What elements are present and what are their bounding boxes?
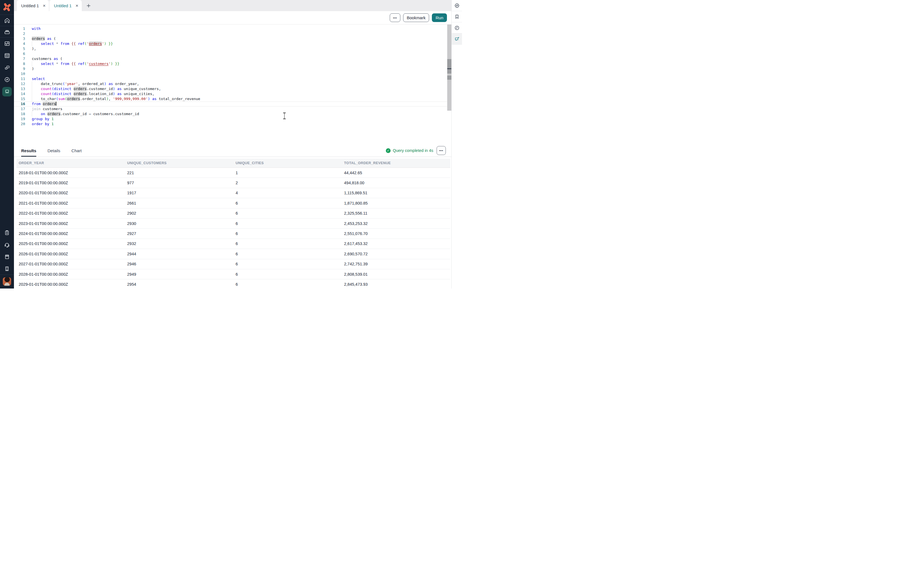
table-cell: 1 (234, 171, 342, 175)
table-cell: 2018-01-01T00:00:00.000Z (16, 171, 125, 175)
window-tab[interactable]: Untitled 1× (17, 0, 49, 11)
column-header[interactable]: UNIQUE_CUSTOMERS (125, 161, 234, 165)
table-cell: 2,453,253.32 (342, 221, 450, 226)
code-line[interactable]: 9) (14, 66, 451, 71)
code-window-icon (4, 52, 10, 59)
code-line[interactable]: 10 (14, 71, 451, 76)
column-header[interactable]: ORDER_YEAR (16, 161, 125, 165)
results-tab-details[interactable]: Details (47, 144, 60, 157)
table-cell: 2661 (125, 201, 234, 205)
code-line[interactable]: 2 (14, 31, 451, 36)
sidebar-item-archive[interactable] (0, 26, 14, 37)
line-number: 20 (14, 121, 25, 127)
results-more-button[interactable]: ••• (437, 146, 446, 155)
table-cell: 6 (234, 252, 342, 256)
logo-x-icon (2, 3, 12, 12)
results-table: ORDER_YEARUNIQUE_CUSTOMERSUNIQUE_CITIEST… (16, 159, 450, 288)
sidebar-item-organization[interactable] (0, 263, 14, 274)
table-cell: 2,742,751.39 (342, 262, 450, 266)
table-cell: 2026-01-01T00:00:00.000Z (16, 252, 125, 256)
table-cell: 2024-01-01T00:00:00.000Z (16, 231, 125, 236)
close-tab-icon[interactable]: × (76, 3, 78, 8)
table-cell: 2930 (125, 221, 234, 226)
sidebar-item-support[interactable] (0, 239, 14, 251)
toolbar-more-button[interactable]: ••• (390, 13, 401, 22)
code-line[interactable]: 1with (14, 26, 451, 31)
code-line[interactable]: 15 to_char(sum(orders.order_total), '999… (14, 97, 451, 102)
table-body[interactable]: 2018-01-01T00:00:00.000Z221144,442.65201… (16, 168, 450, 288)
table-cell: 494,818.00 (342, 181, 450, 185)
sidebar-item-apps[interactable] (0, 61, 14, 74)
sidebar-item-home[interactable] (0, 15, 14, 26)
table-cell: 2902 (125, 211, 234, 216)
line-number: 2 (14, 31, 25, 36)
archive-icon (4, 29, 10, 35)
results-panel: ResultsDetailsChart ✓ Query completed in… (14, 144, 451, 288)
table-cell: 221 (125, 171, 234, 175)
code-line[interactable]: 12 date_trunc('year', ordered_at) as ord… (14, 81, 451, 86)
code-line[interactable]: 11select (14, 76, 451, 81)
rail-item-bookmarks[interactable] (452, 11, 462, 22)
column-header[interactable]: UNIQUE_CITIES (234, 161, 342, 165)
close-tab-icon[interactable]: × (43, 3, 45, 8)
table-cell: 2029-01-01T00:00:00.000Z (16, 282, 125, 287)
window-tabs: Untitled 1×Untitled 1× (17, 0, 82, 11)
table-cell: 2,617,453.32 (342, 242, 450, 246)
dashboard-icon (4, 40, 10, 47)
line-number: 19 (14, 116, 25, 121)
sidebar-item-terminal-active[interactable] (0, 85, 14, 98)
book-icon (4, 254, 10, 260)
table-cell: 2,551,076.70 (342, 231, 450, 236)
window-tab[interactable]: Untitled 1× (49, 0, 81, 11)
line-number: 1 (14, 26, 25, 31)
line-number: 10 (14, 71, 25, 76)
sql-editor[interactable]: 1with23orders as (4 select * from {{ ref… (14, 24, 451, 144)
column-header[interactable]: TOTAL_ORDER_REVENUE (342, 161, 450, 165)
table-cell: 1917 (125, 191, 234, 195)
sidebar-item-docs[interactable] (0, 251, 14, 263)
results-tab-results[interactable]: Results (21, 144, 36, 157)
rail-item-discover[interactable] (452, 0, 462, 11)
code-line[interactable]: 17join customers (14, 106, 451, 111)
code-line[interactable]: 8 select * from {{ ref('customers') }} (14, 61, 451, 66)
code-line[interactable]: 18 on orders.customer_id = customers.cus… (14, 111, 451, 116)
plus-icon (86, 3, 91, 8)
code-line[interactable]: 3orders as ( (14, 36, 451, 41)
code-line[interactable]: 13 count(distinct orders.customer_id) as… (14, 86, 451, 92)
line-number: 18 (14, 111, 25, 116)
compass-icon (4, 76, 10, 83)
run-button[interactable]: Run (432, 13, 447, 22)
editor-scrollbar-thumb[interactable] (447, 59, 451, 74)
table-cell: 2027-01-01T00:00:00.000Z (16, 262, 125, 266)
table-cell: 2023-01-01T00:00:00.000Z (16, 221, 125, 226)
table-row: 2022-01-01T00:00:00.000Z290262,325,556.1… (16, 208, 450, 219)
sidebar-item-code-editor[interactable] (0, 50, 14, 61)
sidebar-item-dashboards[interactable] (0, 38, 14, 50)
line-number: 7 (14, 56, 25, 61)
sidebar-item-clipboard[interactable] (0, 227, 14, 239)
code-line[interactable]: 7customers as ( (14, 56, 451, 61)
user-avatar[interactable] (3, 277, 11, 286)
sidebar-item-discover[interactable] (0, 74, 14, 85)
bookmark-button[interactable]: Bookmark (403, 13, 430, 22)
code-line[interactable]: 6 (14, 51, 451, 56)
rail-item-ai-assistant[interactable] (452, 34, 462, 45)
code-line[interactable]: 19group by 1 (14, 116, 451, 121)
results-tab-chart[interactable]: Chart (71, 144, 82, 157)
line-number: 8 (14, 61, 25, 66)
sidebar-bottom-group (0, 227, 14, 288)
line-number: 14 (14, 92, 25, 97)
code-line[interactable]: 5), (14, 46, 451, 51)
code-line[interactable]: 20order by 1 (14, 121, 451, 127)
terminal-icon (4, 89, 10, 95)
rail-item-history[interactable] (452, 22, 462, 34)
line-number: 3 (14, 36, 25, 41)
line-number: 9 (14, 66, 25, 71)
editor-scrollbar-thumb2[interactable] (447, 76, 451, 80)
code-line[interactable]: 16from orders (14, 102, 451, 106)
table-row: 2028-01-01T00:00:00.000Z294962,808,539.0… (16, 269, 450, 279)
new-tab-button[interactable] (86, 3, 91, 8)
code-line[interactable]: 4 select * from {{ ref('orders') }} (14, 41, 451, 46)
line-number: 15 (14, 97, 25, 102)
code-line[interactable]: 14 count(distinct orders.location_id) as… (14, 92, 451, 97)
